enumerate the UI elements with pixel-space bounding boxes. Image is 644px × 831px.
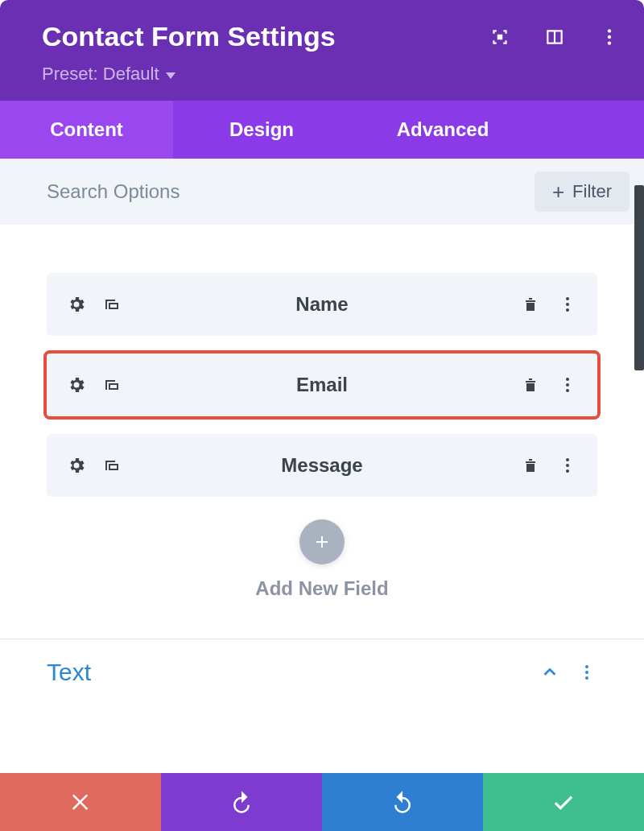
split-view-icon[interactable] [544, 27, 565, 48]
gear-icon[interactable] [66, 294, 87, 315]
search-input[interactable] [47, 180, 535, 203]
trash-icon[interactable] [520, 294, 541, 315]
svg-point-13 [585, 671, 588, 674]
more-vert-icon[interactable] [576, 662, 597, 683]
trash-icon[interactable] [520, 455, 541, 476]
add-field-button[interactable] [299, 519, 345, 564]
svg-point-9 [566, 458, 569, 461]
save-button[interactable] [483, 773, 644, 831]
svg-point-6 [566, 378, 569, 381]
duplicate-icon[interactable] [101, 374, 122, 395]
svg-point-3 [566, 297, 569, 300]
svg-point-2 [608, 41, 611, 44]
more-vert-icon[interactable] [557, 455, 578, 476]
tab-content[interactable]: Content [0, 101, 173, 159]
search-bar: + Filter [0, 159, 644, 225]
filter-label: Filter [572, 181, 612, 202]
field-label: Message [47, 454, 597, 477]
gear-icon[interactable] [66, 374, 87, 395]
plus-icon: + [552, 181, 564, 202]
more-vert-icon[interactable] [599, 27, 620, 48]
preset-dropdown[interactable]: Preset: Default [42, 64, 620, 85]
section-text-label: Text [47, 659, 91, 686]
scrollbar-thumb[interactable] [634, 185, 644, 370]
svg-point-10 [566, 464, 569, 467]
caret-down-icon [166, 72, 175, 79]
field-label: Email [47, 374, 597, 396]
svg-point-4 [566, 303, 569, 306]
duplicate-icon[interactable] [101, 455, 122, 476]
field-row-email[interactable]: Email [47, 353, 597, 416]
svg-point-5 [566, 308, 569, 312]
gear-icon[interactable] [66, 455, 87, 476]
undo-button[interactable] [161, 773, 322, 831]
panel-header: Contact Form Settings Preset: Default [0, 0, 644, 101]
add-field-label: Add New Field [47, 577, 597, 600]
svg-point-1 [608, 35, 611, 38]
more-vert-icon[interactable] [557, 294, 578, 315]
cancel-button[interactable] [0, 773, 161, 831]
filter-button[interactable]: + Filter [535, 172, 630, 212]
footer-actions [0, 773, 644, 831]
field-row-message[interactable]: Message [47, 434, 597, 497]
svg-point-8 [566, 389, 569, 392]
content-area: Name Email [0, 225, 644, 831]
svg-point-12 [585, 665, 588, 668]
section-text-header[interactable]: Text [47, 639, 597, 686]
more-vert-icon[interactable] [557, 374, 578, 395]
field-row-name[interactable]: Name [47, 273, 597, 336]
chevron-up-icon[interactable] [541, 664, 559, 681]
svg-point-14 [585, 676, 588, 680]
svg-point-11 [566, 469, 569, 473]
field-label: Name [47, 293, 597, 316]
responsive-view-icon[interactable] [489, 27, 510, 48]
tab-design[interactable]: Design [173, 101, 350, 159]
tab-advanced[interactable]: Advanced [350, 101, 535, 159]
panel-title: Contact Form Settings [42, 21, 336, 52]
svg-point-0 [608, 29, 611, 32]
tab-bar: Content Design Advanced [0, 101, 644, 159]
preset-label: Preset: Default [42, 64, 159, 85]
trash-icon[interactable] [520, 374, 541, 395]
svg-point-7 [566, 383, 569, 387]
duplicate-icon[interactable] [101, 294, 122, 315]
redo-button[interactable] [322, 773, 483, 831]
